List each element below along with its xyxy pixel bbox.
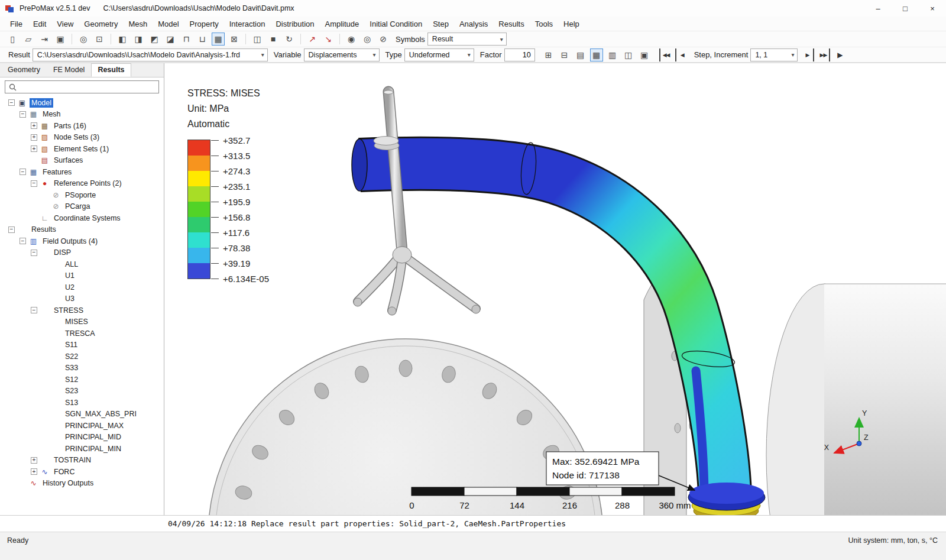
tree-item[interactable]: + ∿ FORC xyxy=(0,466,164,478)
undeformed-wireframe-icon[interactable]: ⊞ xyxy=(542,48,555,61)
deformed-wireframe-icon[interactable]: ▤ xyxy=(574,48,587,61)
last-increment-icon[interactable]: ▶▶ xyxy=(817,48,830,61)
menu-item[interactable]: Analysis xyxy=(454,18,493,30)
view-back-icon[interactable]: ◨ xyxy=(132,33,145,46)
tab-results[interactable]: Results xyxy=(91,63,131,77)
tree-item[interactable]: S23 xyxy=(0,386,164,397)
tree-item[interactable]: − ▦ Features xyxy=(0,166,164,178)
menu-item[interactable]: View xyxy=(51,18,79,30)
tree-expander[interactable]: − xyxy=(8,99,15,106)
tree-item[interactable]: MISES xyxy=(0,316,164,328)
toolbar-icon[interactable] xyxy=(300,34,301,44)
tree-item[interactable]: S11 xyxy=(0,339,164,351)
menu-item[interactable]: Step xyxy=(427,18,454,30)
deformation-factor-input[interactable] xyxy=(504,48,535,61)
tree-item[interactable]: − ▦ Mesh xyxy=(0,109,164,121)
menu-item[interactable]: Interaction xyxy=(224,18,271,30)
tree-item[interactable]: TRESCA xyxy=(0,328,164,339)
tree-expander[interactable]: + xyxy=(31,457,37,464)
view-left-icon[interactable]: ◩ xyxy=(148,33,161,46)
new-model-icon[interactable]: ▯ xyxy=(6,33,19,46)
menu-item[interactable]: Model xyxy=(153,18,184,30)
tree-expander[interactable]: + xyxy=(31,122,37,129)
tree-item[interactable]: ∟ Coordinate Systems xyxy=(0,212,164,224)
tree-item[interactable]: S33 xyxy=(0,362,164,374)
next-increment-icon[interactable]: ▶ xyxy=(801,48,814,61)
first-increment-icon[interactable]: ◀◀ xyxy=(659,48,672,61)
tree-item[interactable]: S13 xyxy=(0,397,164,409)
menu-item[interactable]: Mesh xyxy=(123,18,153,30)
menu-item[interactable]: Help xyxy=(558,18,585,30)
tab-fe-model[interactable]: FE Model xyxy=(47,63,92,77)
tree-item[interactable]: ▤ Surfaces xyxy=(0,155,164,167)
result-file-dropdown[interactable]: C:\Users\asdru\Downloads\Usach\Modelo Da… xyxy=(33,48,268,61)
toolbar-icon[interactable] xyxy=(245,34,246,44)
animate-deformation-icon[interactable]: ◫ xyxy=(622,48,635,61)
tree-expander[interactable]: − xyxy=(31,307,37,313)
view-top-icon[interactable]: ⊓ xyxy=(180,33,193,46)
hide-icon[interactable]: ⊘ xyxy=(377,33,390,46)
tree-item[interactable]: − DISP xyxy=(0,247,164,259)
type-dropdown[interactable]: Undeformed ▾ xyxy=(404,48,474,61)
zoom-to-area-icon[interactable]: ◎ xyxy=(77,33,90,46)
tree-item[interactable]: + ▨ Node Sets (3) xyxy=(0,132,164,144)
regenerate-icon[interactable]: ↻ xyxy=(283,33,296,46)
show-all-icon[interactable]: ◉ xyxy=(345,33,358,46)
tree-item[interactable]: + ▩ Parts (16) xyxy=(0,120,164,132)
tree-expander[interactable]: + xyxy=(31,468,37,475)
animation-settings-icon[interactable]: ▣ xyxy=(638,48,651,61)
show-solid-icon[interactable]: ■ xyxy=(267,33,280,46)
menu-item[interactable]: Initial Condition xyxy=(364,18,427,30)
menu-item[interactable]: Property xyxy=(184,18,224,30)
tree-item[interactable]: − Results xyxy=(0,224,164,236)
tree-expander[interactable]: − xyxy=(8,226,15,233)
tree-item[interactable]: − STRESS xyxy=(0,305,164,316)
tree-item[interactable]: U2 xyxy=(0,281,164,293)
step-increment-dropdown[interactable]: 1, 1 ▾ xyxy=(750,48,798,61)
tree-item[interactable]: − ● Reference Points (2) xyxy=(0,178,164,190)
toolbar-icon[interactable] xyxy=(339,34,340,44)
save-file-icon[interactable]: ▣ xyxy=(54,33,67,46)
tree-search-box[interactable] xyxy=(5,80,159,93)
deformed-solid-icon[interactable]: ▦ xyxy=(590,48,603,61)
tree-item[interactable]: ⊘ PCarga xyxy=(0,201,164,213)
open-file-icon[interactable]: ▱ xyxy=(22,33,35,46)
zoom-to-fit-icon[interactable]: ⊡ xyxy=(93,33,106,46)
tree-item[interactable]: U3 xyxy=(0,293,164,305)
symbols-dropdown[interactable]: Result ▾ xyxy=(427,33,507,46)
query-icon[interactable]: ↗ xyxy=(306,33,319,46)
tree-expander[interactable]: − xyxy=(31,180,37,187)
tree-item[interactable]: PRINCIPAL_MIN xyxy=(0,443,164,455)
tree-item[interactable]: ALL xyxy=(0,258,164,270)
tab-geometry[interactable]: Geometry xyxy=(1,63,47,77)
tree-expander[interactable]: − xyxy=(31,250,37,256)
menu-item[interactable]: Amplitude xyxy=(319,18,364,30)
tree-expander[interactable]: + xyxy=(31,134,37,141)
show-transparent-icon[interactable]: ◎ xyxy=(361,33,374,46)
menu-item[interactable]: Edit xyxy=(28,18,51,30)
tree-item[interactable]: − ▣ Model xyxy=(0,97,164,109)
remove-annotations-icon[interactable]: ↘ xyxy=(322,33,335,46)
menu-item[interactable]: File xyxy=(5,18,28,30)
menu-item[interactable]: Tools xyxy=(530,18,558,30)
view-isometric-icon[interactable]: ▦ xyxy=(212,33,225,46)
tree-item[interactable]: + ▧ Element Sets (1) xyxy=(0,143,164,155)
tree-expander[interactable]: − xyxy=(20,111,26,118)
tree-item[interactable]: PRINCIPAL_MAX xyxy=(0,420,164,432)
close-button[interactable]: × xyxy=(919,0,946,17)
menu-item[interactable]: Distribution xyxy=(270,18,319,30)
tree-item[interactable]: ∿ History Outputs xyxy=(0,478,164,490)
toolbar-icon[interactable] xyxy=(111,34,111,44)
undeformed-solid-icon[interactable]: ⊟ xyxy=(558,48,571,61)
menu-item[interactable]: Results xyxy=(493,18,529,30)
tree-item[interactable]: + TOSTRAIN xyxy=(0,455,164,467)
import-file-icon[interactable]: ⇥ xyxy=(38,33,51,46)
tree-expander[interactable]: − xyxy=(20,238,26,244)
minimize-button[interactable]: – xyxy=(864,0,892,17)
maximize-button[interactable]: □ xyxy=(892,0,919,17)
view-right-icon[interactable]: ◪ xyxy=(164,33,177,46)
view-front-icon[interactable]: ◧ xyxy=(116,33,129,46)
tree-item[interactable]: PRINCIPAL_MID xyxy=(0,432,164,444)
tree-search-input[interactable] xyxy=(20,83,155,91)
previous-increment-icon[interactable]: ◀ xyxy=(675,48,688,61)
